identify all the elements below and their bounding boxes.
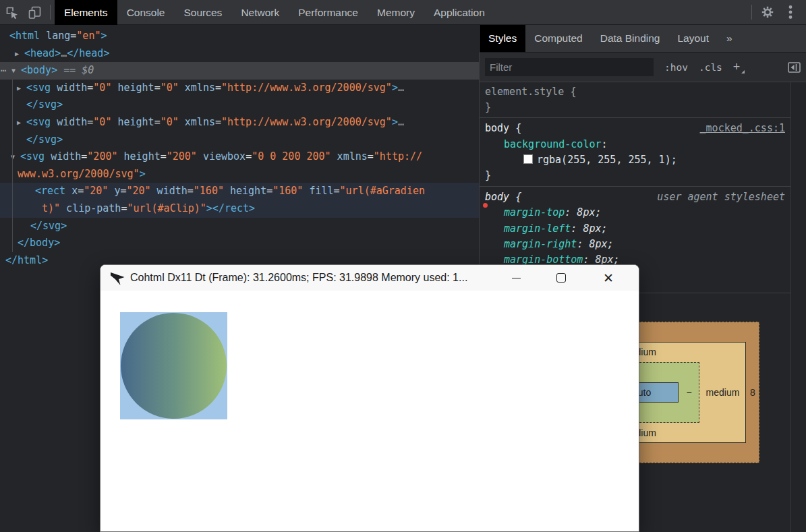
expand-arrow-icon[interactable]: ▶ — [15, 45, 19, 63]
expand-arrow-icon[interactable]: ▶ — [17, 80, 21, 97]
toolbar-separator — [751, 5, 752, 20]
window-content — [100, 291, 639, 532]
padding-right-value: − — [679, 382, 699, 403]
dom-tree: <html lang="en">▶<head>…</head>⋯▼<body> … — [0, 25, 479, 269]
sidebar-tabs: StylesComputedData BindingLayout» — [480, 25, 806, 53]
tab-sources[interactable]: Sources — [175, 0, 232, 25]
tab-elements[interactable]: Elements — [55, 0, 117, 25]
sidebar-tab-layout[interactable]: Layout — [669, 25, 718, 52]
styles-filter-input[interactable] — [485, 58, 654, 76]
window-titlebar[interactable]: Cohtml Dx11 Dt (Frame): 31.2600ms; FPS: … — [100, 265, 639, 291]
inspect-icon[interactable] — [0, 0, 23, 25]
color-swatch[interactable] — [523, 154, 533, 164]
dom-tree-line[interactable]: </body> — [0, 235, 479, 252]
dom-tree-line[interactable]: ⋯▼<body> == $0 — [0, 62, 479, 80]
dom-line-text: <html lang="en"> — [0, 28, 107, 45]
dom-line-text: <rect x="20" y="20" width="160" height="… — [0, 183, 425, 200]
stylesheet-link[interactable]: _mocked_.css:1 — [700, 121, 785, 136]
dom-line-text: </svg> — [0, 96, 63, 114]
expand-arrow-icon[interactable]: ▼ — [11, 148, 15, 166]
dom-tree-line[interactable]: ▶<head>…</head> — [0, 45, 479, 63]
style-rules: element.style {}_mocked_.css:1body {back… — [480, 82, 790, 293]
stylesheet-origin: user agent stylesheet — [657, 189, 785, 205]
maximize-button[interactable] — [547, 265, 575, 291]
settings-gear-icon[interactable] — [756, 0, 779, 25]
dom-tree-line[interactable]: t)" clip-path="url(#aClip)"></rect> — [0, 200, 479, 218]
devtools-toolbar: ElementsConsoleSourcesNetworkPerformance… — [0, 0, 806, 25]
sidebar-tab--[interactable]: » — [718, 25, 741, 52]
tab-console[interactable]: Console — [117, 0, 175, 25]
minimize-button[interactable] — [502, 265, 530, 291]
indent-guide — [12, 80, 13, 252]
expand-arrow-icon[interactable]: ▶ — [17, 114, 21, 131]
style-rule: _mocked_.css:1body {background-color:rgb… — [480, 118, 790, 187]
dom-line-text: </html> — [0, 252, 48, 270]
main-tabs: ElementsConsoleSourcesNetworkPerformance… — [55, 0, 494, 25]
overflow-dots-icon[interactable]: ⋯ — [1, 62, 5, 80]
dom-line-text: <svg width="200" height="200" viewbox="0… — [0, 148, 422, 166]
sidebar-tab-styles[interactable]: Styles — [480, 25, 525, 52]
window-title: Cohtml Dx11 Dt (Frame): 31.2600ms; FPS: … — [130, 265, 467, 291]
toolbar-separator — [50, 5, 51, 20]
dom-tree-line[interactable]: </svg> — [0, 218, 479, 235]
dom-tree-line[interactable]: ▼<svg width="200" height="200" viewbox="… — [0, 148, 479, 166]
dom-line-text: </svg> — [0, 218, 67, 235]
toggle--hov[interactable]: :hov — [664, 62, 688, 73]
dom-tree-line[interactable]: <html lang="en"> — [0, 28, 479, 45]
floating-window: Cohtml Dx11 Dt (Frame): 31.2600ms; FPS: … — [100, 264, 639, 532]
dom-tree-line[interactable]: <rect x="20" y="20" width="160" height="… — [0, 183, 479, 200]
dom-tree-line[interactable]: ▶<svg width="0" height="0" xmlns="http:/… — [0, 80, 479, 97]
dom-line-text: <svg width="0" height="0" xmlns="http://… — [0, 114, 404, 131]
dom-line-text: <svg width="0" height="0" xmlns="http://… — [0, 80, 404, 97]
sidebar-tab-data-binding[interactable]: Data Binding — [592, 25, 669, 52]
dom-tree-line[interactable]: www.w3.org/2000/svg"> — [0, 166, 479, 183]
dom-line-text: </svg> — [0, 131, 63, 149]
close-button[interactable]: ✕ — [594, 265, 623, 291]
tab-memory[interactable]: Memory — [368, 0, 424, 25]
dom-tree-line[interactable]: ▶<svg width="0" height="0" xmlns="http:/… — [0, 114, 479, 131]
dom-tree-line[interactable]: </svg> — [0, 131, 479, 149]
rendered-circle — [121, 313, 227, 419]
style-rule: element.style {} — [480, 82, 790, 118]
border-right-value: medium — [699, 382, 746, 403]
svg-canvas — [120, 312, 227, 419]
styles-filter-row: :hov.cls+ — [480, 53, 806, 82]
dom-line-text: www.w3.org/2000/svg"> — [0, 166, 146, 183]
dock-sidebar-icon[interactable] — [788, 62, 801, 73]
toggle--cls[interactable]: .cls — [699, 62, 722, 73]
dom-line-text: t)" clip-path="url(#aClip)"></rect> — [0, 200, 255, 218]
cohtml-logo-icon — [110, 270, 125, 289]
styles-scrollbar-gutter[interactable] — [790, 82, 806, 532]
expand-arrow-icon[interactable]: ▼ — [11, 62, 16, 80]
tab-network[interactable]: Network — [231, 0, 289, 25]
device-toolbar-icon[interactable] — [23, 0, 46, 25]
sidebar-tab-computed[interactable]: Computed — [525, 25, 592, 52]
tab-application[interactable]: Application — [424, 0, 494, 25]
devtools-root: ElementsConsoleSourcesNetworkPerformance… — [0, 0, 806, 532]
more-menu-icon[interactable] — [779, 0, 802, 25]
dom-line-text: </body> — [0, 235, 60, 252]
dom-tree-line[interactable]: </svg> — [0, 96, 479, 114]
toggle--[interactable]: + — [733, 60, 741, 74]
margin-right-value: 8 — [746, 382, 759, 403]
tab-performance[interactable]: Performance — [289, 0, 368, 25]
styles-toggles: :hov.cls+ — [654, 60, 740, 74]
